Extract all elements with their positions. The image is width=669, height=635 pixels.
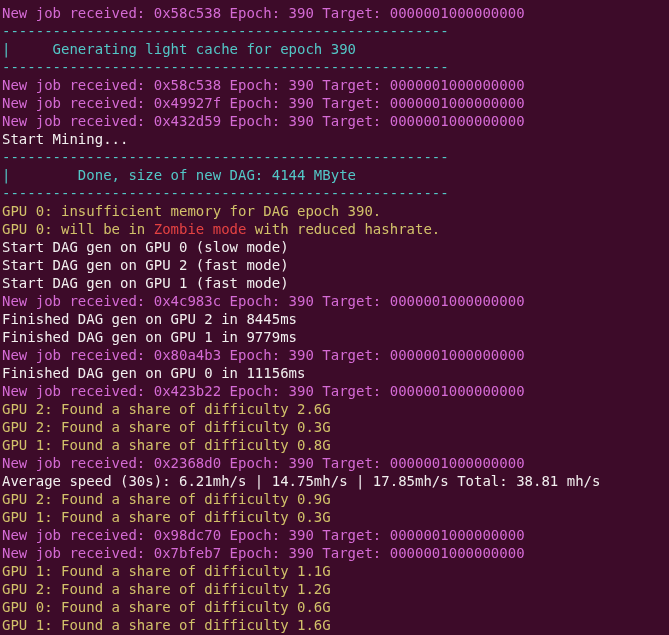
terminal-segment: New job received: 0x98dc70 Epoch: 390 Ta… (2, 527, 525, 543)
terminal-line: New job received: 0x7bfeb7 Epoch: 390 Ta… (2, 544, 667, 562)
terminal-segment: GPU 0: Found a share of difficulty 0.6G (2, 599, 331, 615)
terminal-line: GPU 1: Found a share of difficulty 1.6G (2, 616, 667, 634)
terminal-segment: New job received: 0x432d59 Epoch: 390 Ta… (2, 113, 525, 129)
terminal-segment: New job received: 0x4c983c Epoch: 390 Ta… (2, 293, 525, 309)
terminal-segment: New job received: 0x58c538 Epoch: 390 Ta… (2, 5, 525, 21)
terminal-line: | Generating light cache for epoch 390 (2, 40, 667, 58)
terminal-segment: GPU 2: Found a share of difficulty 0.3G (2, 419, 331, 435)
terminal-segment: Finished DAG gen on GPU 0 in 11156ms (2, 365, 305, 381)
terminal-line: GPU 1: Found a share of difficulty 0.8G (2, 436, 667, 454)
terminal-segment: New job received: 0x49927f Epoch: 390 Ta… (2, 95, 525, 111)
terminal-line: Finished DAG gen on GPU 1 in 9779ms (2, 328, 667, 346)
terminal-line: Start DAG gen on GPU 1 (fast mode) (2, 274, 667, 292)
terminal-line: ----------------------------------------… (2, 184, 667, 202)
terminal-output: New job received: 0x58c538 Epoch: 390 Ta… (0, 0, 669, 635)
terminal-segment: New job received: 0x2368d0 Epoch: 390 Ta… (2, 455, 525, 471)
terminal-line: Finished DAG gen on GPU 0 in 11156ms (2, 364, 667, 382)
terminal-line: New job received: 0x80a4b3 Epoch: 390 Ta… (2, 346, 667, 364)
terminal-segment: ----------------------------------------… (2, 149, 449, 165)
terminal-segment: ----------------------------------------… (2, 185, 449, 201)
terminal-line: GPU 0: insufficient memory for DAG epoch… (2, 202, 667, 220)
terminal-line: Average speed (30s): 6.21mh/s | 14.75mh/… (2, 472, 667, 490)
terminal-line: New job received: 0x98dc70 Epoch: 390 Ta… (2, 526, 667, 544)
terminal-line: GPU 0: will be in Zombie mode with reduc… (2, 220, 667, 238)
terminal-segment: GPU 2: Found a share of difficulty 2.6G (2, 401, 331, 417)
terminal-line: New job received: 0x58c538 Epoch: 390 Ta… (2, 76, 667, 94)
terminal-line: Start DAG gen on GPU 0 (slow mode) (2, 238, 667, 256)
terminal-segment: Start DAG gen on GPU 0 (slow mode) (2, 239, 289, 255)
terminal-segment: GPU 2: Found a share of difficulty 0.9G (2, 491, 331, 507)
terminal-line: ----------------------------------------… (2, 148, 667, 166)
terminal-line: New job received: 0x4c983c Epoch: 390 Ta… (2, 292, 667, 310)
terminal-segment: GPU 1: Found a share of difficulty 1.6G (2, 617, 331, 633)
terminal-line: GPU 2: Found a share of difficulty 0.3G (2, 418, 667, 436)
terminal-line: New job received: 0x49927f Epoch: 390 Ta… (2, 94, 667, 112)
terminal-segment: Start Mining... (2, 131, 128, 147)
terminal-segment: GPU 1: Found a share of difficulty 0.8G (2, 437, 331, 453)
terminal-line: Finished DAG gen on GPU 2 in 8445ms (2, 310, 667, 328)
terminal-segment: New job received: 0x58c538 Epoch: 390 Ta… (2, 77, 525, 93)
terminal-segment: ----------------------------------------… (2, 59, 449, 75)
terminal-line: New job received: 0x423b22 Epoch: 390 Ta… (2, 382, 667, 400)
terminal-segment: GPU 2: Found a share of difficulty 1.2G (2, 581, 331, 597)
terminal-line: ----------------------------------------… (2, 58, 667, 76)
terminal-line: Start DAG gen on GPU 2 (fast mode) (2, 256, 667, 274)
terminal-line: | Done, size of new DAG: 4144 MByte (2, 166, 667, 184)
terminal-segment: New job received: 0x423b22 Epoch: 390 Ta… (2, 383, 525, 399)
terminal-segment: Zombie mode (154, 221, 247, 237)
terminal-line: New job received: 0x58c538 Epoch: 390 Ta… (2, 4, 667, 22)
terminal-line: GPU 1: Found a share of difficulty 1.1G (2, 562, 667, 580)
terminal-line: GPU 2: Found a share of difficulty 2.6G (2, 400, 667, 418)
terminal-segment: GPU 1: Found a share of difficulty 0.3G (2, 509, 331, 525)
terminal-segment: Average speed (30s): 6.21mh/s | 14.75mh/… (2, 473, 600, 489)
terminal-segment: | Generating light cache for epoch 390 (2, 41, 356, 57)
terminal-segment: ----------------------------------------… (2, 23, 449, 39)
terminal-segment: Start DAG gen on GPU 2 (fast mode) (2, 257, 289, 273)
terminal-line: GPU 0: Found a share of difficulty 0.6G (2, 598, 667, 616)
terminal-segment: New job received: 0x7bfeb7 Epoch: 390 Ta… (2, 545, 525, 561)
terminal-segment: Start DAG gen on GPU 1 (fast mode) (2, 275, 289, 291)
terminal-segment: Finished DAG gen on GPU 1 in 9779ms (2, 329, 297, 345)
terminal-line: GPU 2: Found a share of difficulty 1.2G (2, 580, 667, 598)
terminal-segment: GPU 0: insufficient memory for DAG epoch… (2, 203, 381, 219)
terminal-line: Start Mining... (2, 130, 667, 148)
terminal-line: ----------------------------------------… (2, 22, 667, 40)
terminal-line: GPU 1: Found a share of difficulty 0.3G (2, 508, 667, 526)
terminal-segment: GPU 1: Found a share of difficulty 1.1G (2, 563, 331, 579)
terminal-segment: New job received: 0x80a4b3 Epoch: 390 Ta… (2, 347, 525, 363)
terminal-line: GPU 2: Found a share of difficulty 0.9G (2, 490, 667, 508)
terminal-line: New job received: 0x2368d0 Epoch: 390 Ta… (2, 454, 667, 472)
terminal-segment: | Done, size of new DAG: 4144 MByte (2, 167, 356, 183)
terminal-segment: with reduced hashrate. (246, 221, 440, 237)
terminal-segment: GPU 0: will be in (2, 221, 154, 237)
terminal-segment: Finished DAG gen on GPU 2 in 8445ms (2, 311, 297, 327)
terminal-line: New job received: 0x432d59 Epoch: 390 Ta… (2, 112, 667, 130)
